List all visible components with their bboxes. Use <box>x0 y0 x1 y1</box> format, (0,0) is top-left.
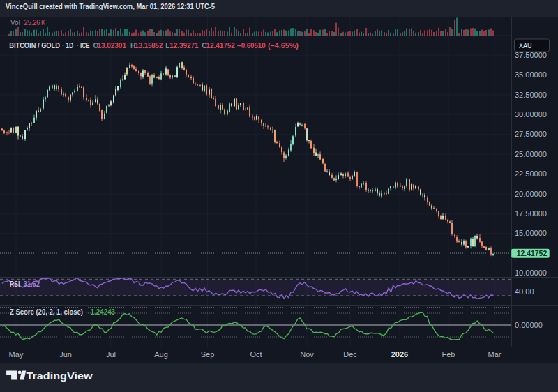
svg-text:·: · <box>62 42 64 50</box>
svg-text:1D: 1D <box>66 42 73 50</box>
svg-text:13.02301: 13.02301 <box>98 42 127 50</box>
svg-text:Sep: Sep <box>201 350 215 359</box>
svg-text:20.00000: 20.00000 <box>515 190 547 198</box>
svg-text:Jun: Jun <box>59 350 72 359</box>
svg-text:13.15852: 13.15852 <box>135 42 163 50</box>
svg-text:37.50000: 37.50000 <box>515 51 547 59</box>
svg-text:10.00000: 10.00000 <box>515 269 547 277</box>
svg-text:Jul: Jul <box>106 350 116 359</box>
svg-text:Nov: Nov <box>300 350 314 359</box>
svg-text:32.50000: 32.50000 <box>515 91 547 99</box>
svg-text:ICE: ICE <box>80 42 90 50</box>
svg-text:(−4.65%): (−4.65%) <box>268 42 299 50</box>
svg-text:35.00000: 35.00000 <box>515 70 547 79</box>
svg-text:May: May <box>9 350 24 359</box>
svg-text:Feb: Feb <box>442 350 455 359</box>
svg-text:BITCOIN / GOLD: BITCOIN / GOLD <box>9 42 60 50</box>
svg-text:Vol: Vol <box>10 19 20 27</box>
svg-text:2026: 2026 <box>391 350 408 359</box>
svg-text:25.26 K: 25.26 K <box>24 19 46 27</box>
svg-text:Dec: Dec <box>343 350 357 359</box>
svg-text:−0.60510: −0.60510 <box>237 42 266 50</box>
svg-text:12.39271: 12.39271 <box>169 42 199 50</box>
svg-text:17.50000: 17.50000 <box>515 209 547 218</box>
svg-text:TradingView: TradingView <box>27 370 93 382</box>
svg-text:Aug: Aug <box>154 350 168 359</box>
svg-text:−1.24243: −1.24243 <box>86 308 115 316</box>
svg-text:12.41752: 12.41752 <box>517 250 548 257</box>
svg-text:0.00000: 0.00000 <box>515 321 543 329</box>
svg-text:30.00000: 30.00000 <box>515 110 547 119</box>
svg-text:40.00: 40.00 <box>515 287 534 296</box>
svg-text:Z Score (20, 2, 1, close): Z Score (20, 2, 1, close) <box>10 308 83 316</box>
svg-text:12.41752: 12.41752 <box>206 42 236 50</box>
svg-text:15.00000: 15.00000 <box>515 229 547 237</box>
svg-text:·: · <box>76 42 78 50</box>
svg-text:Oct: Oct <box>250 350 262 359</box>
svg-text:XAU: XAU <box>519 42 532 50</box>
svg-text:25.00000: 25.00000 <box>515 150 547 158</box>
svg-text:27.50000: 27.50000 <box>515 130 547 138</box>
svg-text:VinceQuill created with Tradin: VinceQuill created with TradingView.com,… <box>6 3 215 10</box>
svg-text:Mar: Mar <box>488 350 502 359</box>
svg-text:RSI: RSI <box>10 280 20 288</box>
svg-text:22.50000: 22.50000 <box>515 169 547 178</box>
svg-text:31.62: 31.62 <box>24 280 40 288</box>
